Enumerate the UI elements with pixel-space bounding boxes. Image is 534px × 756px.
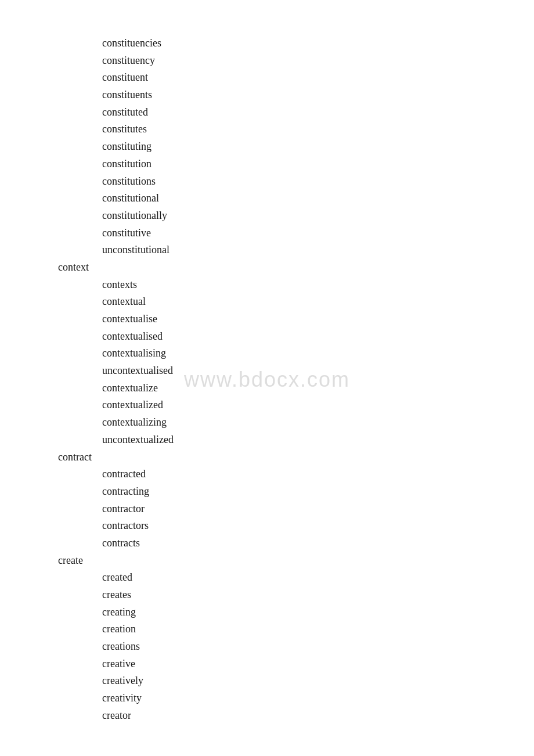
list-item: contextualised bbox=[0, 328, 534, 345]
word-list: constituenciesconstituencyconstituentcon… bbox=[0, 35, 534, 725]
list-item: constitutional bbox=[0, 190, 534, 207]
list-item: creates bbox=[0, 586, 534, 604]
list-item: constitutive bbox=[0, 225, 534, 242]
list-item: constitutions bbox=[0, 173, 534, 190]
list-item: constitutionally bbox=[0, 207, 534, 225]
list-item: creating bbox=[0, 604, 534, 621]
list-item: unconstitutional bbox=[0, 242, 534, 259]
list-item: contracted bbox=[0, 466, 534, 483]
list-item: contextual bbox=[0, 293, 534, 311]
list-item: constitutes bbox=[0, 121, 534, 138]
list-item: contexts bbox=[0, 276, 534, 294]
list-item: contextualising bbox=[0, 345, 534, 362]
list-item: contracts bbox=[0, 535, 534, 552]
list-item: contextualized bbox=[0, 397, 534, 414]
list-item: contractors bbox=[0, 517, 534, 535]
list-item: uncontextualised bbox=[0, 362, 534, 380]
list-item: creative bbox=[0, 656, 534, 673]
list-item: constituencies bbox=[0, 35, 534, 52]
list-item: constituency bbox=[0, 52, 534, 70]
list-item: creativity bbox=[0, 690, 534, 707]
list-item: constituents bbox=[0, 87, 534, 104]
list-item: contextualise bbox=[0, 311, 534, 328]
list-item: creatively bbox=[0, 672, 534, 690]
list-item: uncontextualized bbox=[0, 431, 534, 449]
list-item: creations bbox=[0, 638, 534, 656]
list-item: contractor bbox=[0, 501, 534, 518]
list-item: constituting bbox=[0, 138, 534, 156]
list-item: contextualize bbox=[0, 380, 534, 397]
list-item: created bbox=[0, 569, 534, 586]
list-item: create bbox=[0, 552, 534, 570]
list-item: creator bbox=[0, 707, 534, 725]
list-item: creation bbox=[0, 621, 534, 638]
list-item: contextualizing bbox=[0, 414, 534, 431]
list-item: context bbox=[0, 259, 534, 276]
list-item: contracting bbox=[0, 483, 534, 501]
list-item: constituted bbox=[0, 104, 534, 121]
list-item: contract bbox=[0, 449, 534, 466]
list-item: constitution bbox=[0, 156, 534, 173]
list-item: constituent bbox=[0, 69, 534, 87]
